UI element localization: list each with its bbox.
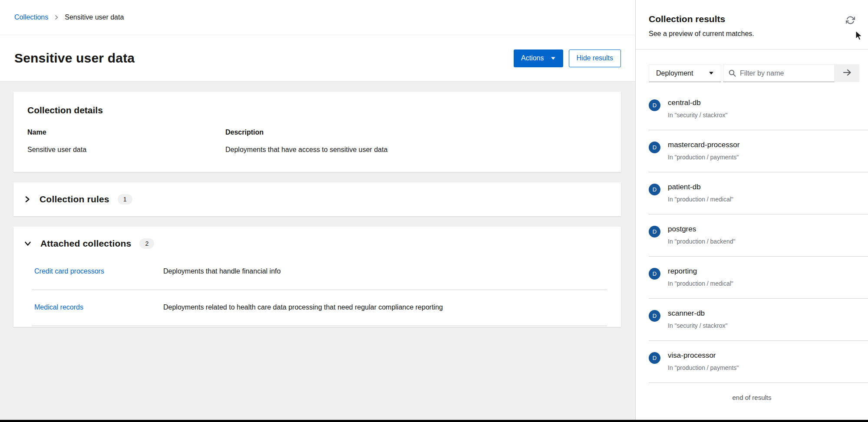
refresh-icon [846,16,855,26]
filter-group [723,64,859,82]
page-header: Collections Sensitive user data Sensitiv… [0,0,635,82]
deployment-location: In "production / payments" [668,364,739,371]
result-row-text: mastercard-processor In "production / pa… [668,141,739,161]
collection-details-grid: Name Sensitive user data Description Dep… [27,129,607,154]
deployment-location: In "production / medical" [668,196,733,203]
attached-collections-count-badge: 2 [139,238,154,249]
result-row-text: scanner-db In "security / stackrox" [668,309,728,329]
result-row: D central-db In "security / stackrox" [649,88,868,130]
attached-collection-row: Credit card processors Deployments that … [32,254,607,290]
deployment-badge: D [649,268,660,280]
result-row-text: postgres In "production / backend" [668,225,735,245]
apply-filter-button[interactable] [835,64,859,82]
filter-by-name-input[interactable] [740,69,830,77]
deployment-badge: D [649,99,660,111]
attached-collection-row: Medical records Deployments related to h… [32,290,607,326]
actions-button[interactable]: Actions [514,49,563,67]
collection-rules-count-badge: 1 [118,194,132,204]
results-filter-toolbar: Deployment [636,49,868,82]
page-title: Sensitive user data [14,51,135,66]
results-panel-heading: Collection results See a preview of curr… [649,14,754,38]
result-row: D scanner-db In "security / stackrox" [649,299,868,341]
filter-box [723,64,835,82]
collection-details-title: Collection details [27,105,607,115]
collection-results-panel: Collection results See a preview of curr… [635,0,868,422]
chevron-down-icon [24,241,31,247]
result-row-text: patient-db In "production / medical" [668,183,733,203]
result-row-text: visa-processor In "production / payments… [668,351,739,371]
attached-collections-title: Attached collections [40,238,131,249]
description-value: Deployments that have access to sensitiv… [225,146,607,154]
window-bottom-edge [0,420,868,422]
attached-collection-description: Deployments that handle financial info [163,267,607,275]
result-row-text: central-db In "security / stackrox" [668,99,728,119]
name-value: Sensitive user data [27,146,225,154]
deployment-name: postgres [668,225,735,234]
deployment-badge: D [649,184,660,195]
breadcrumb-separator-icon [54,15,59,20]
arrow-right-icon [843,69,851,77]
title-row: Sensitive user data Actions Hide results [0,35,635,81]
caret-down-icon [709,71,714,75]
description-column: Description Deployments that have access… [225,129,607,154]
collection-rules-card: Collection rules 1 [13,182,621,216]
collection-rules-title: Collection rules [40,194,109,204]
deployment-location: In "production / payments" [668,154,739,161]
attached-collection-description: Deployments related to health care data … [163,303,607,311]
attached-collections-rows: Credit card processors Deployments that … [32,254,607,326]
collection-details-card: Collection details Name Sensitive user d… [13,92,621,172]
caret-down-icon [551,56,556,60]
main-column: Collections Sensitive user data Sensitiv… [0,0,635,422]
search-icon [729,69,736,77]
page-content: Collection details Name Sensitive user d… [0,82,635,337]
deployment-location: In "security / stackrox" [668,112,728,119]
refresh-button[interactable] [844,14,857,28]
result-row: D reporting In "production / medical" [649,257,868,299]
name-column: Name Sensitive user data [27,129,225,154]
deployment-badge: D [649,352,660,364]
attached-collections-card: Attached collections 2 Credit card proce… [13,227,621,327]
results-panel-header: Collection results See a preview of curr… [636,0,868,49]
deployment-name: scanner-db [668,309,728,318]
description-label: Description [225,129,607,136]
results-list: D central-db In "security / stackrox" D … [649,88,868,383]
result-row: D patient-db In "production / medical" [649,172,868,214]
hide-results-label: Hide results [577,54,613,62]
collection-rules-toggle[interactable]: Collection rules 1 [24,194,607,204]
results-panel-title: Collection results [649,14,754,24]
deployment-name: patient-db [668,183,733,191]
attached-collection-link[interactable]: Credit card processors [34,267,163,275]
breadcrumb-current: Sensitive user data [65,13,124,21]
deployment-badge: D [649,142,660,153]
deployment-location: In "production / backend" [668,238,735,245]
deployment-location: In "production / medical" [668,280,733,287]
deployment-name: reporting [668,267,733,276]
result-row: D visa-processor In "production / paymen… [649,341,868,383]
breadcrumb-row: Collections Sensitive user data [0,0,635,35]
breadcrumb: Collections Sensitive user data [14,13,124,21]
entity-type-select-value: Deployment [656,69,693,77]
result-row: D mastercard-processor In "production / … [649,130,868,172]
app-window: Collections Sensitive user data Sensitiv… [0,0,868,422]
deployment-name: central-db [668,99,728,107]
result-row-text: reporting In "production / medical" [668,267,733,287]
results-panel-subtitle: See a preview of current matches. [649,30,754,38]
hide-results-button[interactable]: Hide results [569,49,621,67]
deployment-badge: D [649,310,660,322]
attached-collection-link[interactable]: Medical records [34,303,163,311]
result-row: D postgres In "production / backend" [649,214,868,257]
name-label: Name [27,129,225,136]
title-actions: Actions Hide results [514,49,621,67]
deployment-name: visa-processor [668,351,739,360]
actions-button-label: Actions [521,54,544,62]
deployment-location: In "security / stackrox" [668,322,728,329]
deployment-name: mastercard-processor [668,141,739,149]
chevron-right-icon [24,196,30,203]
attached-collections-toggle[interactable]: Attached collections 2 [24,238,607,249]
entity-type-select[interactable]: Deployment [649,64,721,82]
deployment-badge: D [649,226,660,237]
end-of-results-text: end of results [636,383,868,412]
breadcrumb-link-collections[interactable]: Collections [14,13,48,21]
